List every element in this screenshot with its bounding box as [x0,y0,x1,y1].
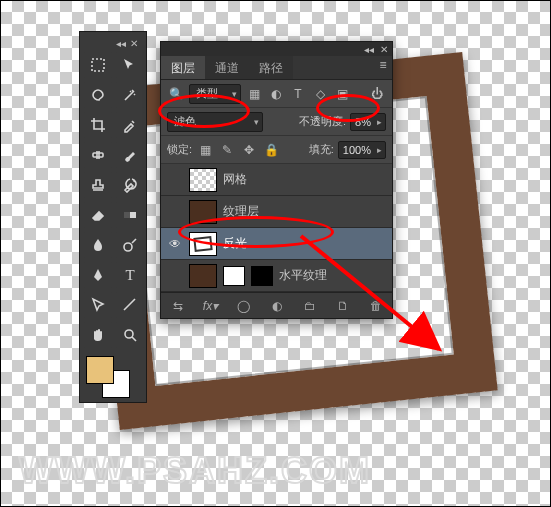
mask-icon[interactable]: ◯ [234,299,254,313]
layer-name: 网格 [223,171,247,188]
foreground-color[interactable] [86,356,114,384]
type-tool[interactable]: T [116,262,144,288]
crop-tool[interactable] [84,112,112,138]
layer-row[interactable]: 网格 [161,164,392,196]
svg-rect-0 [92,59,104,71]
filter-shape-icon[interactable]: ◇ [311,85,329,103]
color-swatches[interactable] [84,354,144,398]
tools-panel: ◂◂ ✕ T [79,31,147,403]
tool-grid: T [84,52,142,348]
close-icon[interactable]: ✕ [130,38,138,48]
svg-point-5 [125,330,133,338]
eyedropper-tool[interactable] [116,112,144,138]
tab-paths[interactable]: 路径 [249,56,293,79]
filter-adjust-icon[interactable]: ◐ [267,85,285,103]
svg-point-4 [124,243,132,251]
lock-label: 锁定: [167,142,192,157]
mask-thumb[interactable] [251,266,273,286]
fx-icon[interactable]: fx▾ [201,299,221,313]
lasso-tool[interactable] [84,82,112,108]
layer-thumb[interactable] [189,168,217,192]
filter-pixel-icon[interactable]: ▦ [245,85,263,103]
lock-move-icon[interactable]: ✥ [240,141,258,159]
blend-row: 滤色 不透明度: 8% [161,108,392,136]
opacity-label: 不透明度: [299,114,346,129]
svg-rect-3 [124,212,130,218]
wand-tool[interactable] [116,82,144,108]
path-select-tool[interactable] [84,292,112,318]
filter-row: 🔍 类型 ▦ ◐ T ◇ ▣ ⏻ [161,80,392,108]
hand-tool[interactable] [84,322,112,348]
layer-name: 纹理层 [223,203,259,220]
fill-label: 填充: [309,142,334,157]
layer-name: 水平纹理 [279,267,327,284]
layer-list: 网格 纹理层 👁 反光 水平纹理 [161,164,392,292]
watermark: WWW.PSAHZ.COM [19,450,371,492]
tab-layers[interactable]: 图层 [161,56,205,79]
lock-all-icon[interactable]: 🔒 [262,141,280,159]
stamp-tool[interactable] [84,172,112,198]
layer-row[interactable]: 水平纹理 [161,260,392,292]
lock-paint-icon[interactable]: ✎ [218,141,236,159]
svg-rect-1 [93,153,103,157]
zoom-tool[interactable] [116,322,144,348]
eye-icon[interactable]: 👁 [167,237,183,251]
new-layer-icon[interactable]: 🗋 [333,299,353,313]
layers-panel: ◂◂ ✕ 图层 通道 路径 ≡ 🔍 类型 ▦ ◐ T ◇ ▣ ⏻ 滤色 不透明度… [160,41,393,319]
panel-menu-icon[interactable]: ≡ [374,56,392,74]
tools-panel-header: ◂◂ ✕ [84,38,142,52]
search-icon[interactable]: 🔍 [167,85,185,103]
group-icon[interactable]: 🗀 [300,299,320,313]
blur-tool[interactable] [84,232,112,258]
mask-thumb[interactable] [223,266,245,286]
layer-thumb[interactable] [189,232,217,256]
blend-mode-select[interactable]: 滤色 [167,112,263,132]
layer-thumb[interactable] [189,264,217,288]
filter-smart-icon[interactable]: ▣ [333,85,351,103]
collapse-icon[interactable]: ◂◂ [116,38,126,48]
link-icon[interactable]: ⇆ [168,299,188,313]
marquee-tool[interactable] [84,52,112,78]
gradient-tool[interactable] [116,202,144,228]
lock-row: 锁定: ▦ ✎ ✥ 🔒 填充: 100% [161,136,392,164]
dodge-tool[interactable] [116,232,144,258]
layer-thumb[interactable] [189,200,217,224]
eraser-tool[interactable] [84,202,112,228]
close-icon[interactable]: ✕ [380,44,388,55]
filter-toggle-icon[interactable]: ⏻ [368,85,386,103]
adjustment-icon[interactable]: ◐ [267,299,287,313]
pen-tool[interactable] [84,262,112,288]
layer-row[interactable]: 👁 反光 [161,228,392,260]
brush-tool[interactable] [116,142,144,168]
layers-bottom-bar: ⇆ fx▾ ◯ ◐ 🗀 🗋 🗑 [161,292,392,318]
layer-row[interactable]: 纹理层 [161,196,392,228]
tab-channels[interactable]: 通道 [205,56,249,79]
layers-panel-header: ◂◂ ✕ [161,42,392,56]
opacity-input[interactable]: 8% [350,113,386,131]
delete-icon[interactable]: 🗑 [366,299,386,313]
layer-kind-select[interactable]: 类型 [189,84,241,104]
filter-type-icon[interactable]: T [289,85,307,103]
heal-tool[interactable] [84,142,112,168]
layer-name: 反光 [223,235,247,252]
panel-tabs: 图层 通道 路径 ≡ [161,56,392,80]
history-brush-tool[interactable] [116,172,144,198]
collapse-icon[interactable]: ◂◂ [364,44,374,55]
move-tool[interactable] [116,52,144,78]
shape-tool[interactable] [116,292,144,318]
svg-rect-6 [194,237,211,251]
lock-trans-icon[interactable]: ▦ [196,141,214,159]
fill-input[interactable]: 100% [338,141,386,159]
